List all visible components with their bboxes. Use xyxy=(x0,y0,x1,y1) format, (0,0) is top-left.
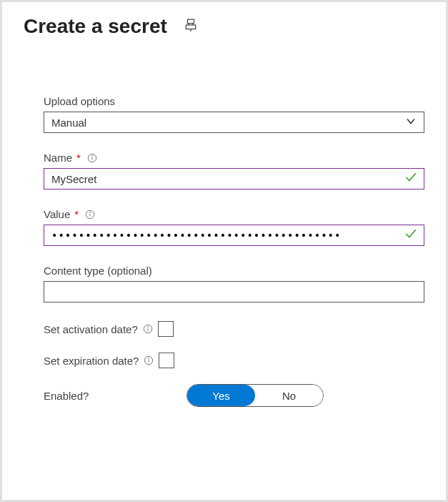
name-input[interactable] xyxy=(44,168,424,190)
svg-rect-0 xyxy=(187,19,194,24)
required-mark: * xyxy=(76,152,81,164)
activation-checkbox[interactable] xyxy=(158,321,174,337)
panel-header: Create a secret xyxy=(24,15,424,38)
upload-options-field: Upload options Manual xyxy=(44,95,424,133)
svg-point-16 xyxy=(149,358,149,359)
required-mark: * xyxy=(74,208,79,220)
name-label-row: Name * xyxy=(44,152,424,164)
toggle-no[interactable]: No xyxy=(255,385,323,406)
info-icon[interactable] xyxy=(142,323,154,335)
expiration-label: Set expiration date? xyxy=(44,355,139,367)
activation-label: Set activation date? xyxy=(44,323,138,335)
activation-row: Set activation date? xyxy=(44,321,424,337)
expiration-checkbox[interactable] xyxy=(159,353,174,368)
info-icon[interactable] xyxy=(143,355,154,366)
form-area: Upload options Manual Name * xyxy=(24,95,424,407)
value-masked: ••••••••••••••••••••••••••••••••••••••••… xyxy=(51,230,341,241)
name-input-wrap xyxy=(44,168,424,190)
svg-point-10 xyxy=(90,212,91,212)
pin-icon[interactable] xyxy=(184,19,197,34)
svg-rect-1 xyxy=(186,25,196,29)
svg-point-7 xyxy=(91,155,92,156)
create-secret-panel: Create a secret Upload options Manual xyxy=(2,2,446,500)
page-title: Create a secret xyxy=(24,15,167,38)
name-label: Name xyxy=(44,152,72,164)
name-field: Name * xyxy=(44,152,424,190)
value-label-row: Value * xyxy=(44,208,424,220)
enabled-toggle[interactable]: Yes No xyxy=(186,384,324,407)
chevron-down-icon xyxy=(405,116,417,129)
content-type-input[interactable] xyxy=(44,281,424,302)
enabled-row: Enabled? Yes No xyxy=(44,384,424,407)
value-input[interactable]: ••••••••••••••••••••••••••••••••••••••••… xyxy=(44,225,424,246)
check-icon xyxy=(404,171,417,187)
upload-options-label: Upload options xyxy=(44,95,424,107)
info-icon[interactable] xyxy=(84,209,96,220)
check-icon xyxy=(404,227,417,243)
value-field: Value * ••••••••••••••••••••••••••••••••… xyxy=(44,208,424,246)
toggle-yes[interactable]: Yes xyxy=(187,385,255,406)
enabled-label: Enabled? xyxy=(44,390,186,402)
value-input-wrap: ••••••••••••••••••••••••••••••••••••••••… xyxy=(44,225,424,246)
upload-options-value: Manual xyxy=(51,117,86,129)
upload-options-select[interactable]: Manual xyxy=(44,112,424,133)
svg-point-13 xyxy=(147,327,148,328)
value-label: Value xyxy=(44,208,70,220)
content-type-label: Content type (optional) xyxy=(44,265,424,277)
info-icon[interactable] xyxy=(86,152,98,164)
content-type-field: Content type (optional) xyxy=(44,265,424,302)
expiration-row: Set expiration date? xyxy=(44,353,424,368)
